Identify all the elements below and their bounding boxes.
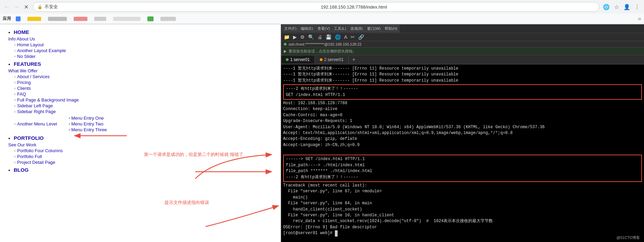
bookmarks-bar: 应用 » [0, 14, 644, 24]
watermark: @51CTO博客 [615, 235, 641, 241]
terminal-tab-2[interactable]: 2 server01 [315, 56, 349, 63]
apps-label: 应用 [3, 16, 11, 22]
toolbar-icon-8[interactable]: A [343, 34, 349, 40]
toolbar-icon-9[interactable]: ✂ [349, 34, 356, 40]
terminal-status-dot [284, 43, 287, 46]
terminal-output: ----1 暂无http请求到来------- [Errno 11] Resou… [281, 64, 644, 242]
menu-entry-two-link[interactable]: Menu Entry Two [71, 121, 104, 126]
term-line-16: file_path ******* ./html/index.html [286, 168, 639, 174]
bookmark-gray2[interactable] [92, 16, 108, 22]
toolbar-view[interactable]: 查看(V) [316, 25, 332, 32]
term-line-1: ----1 暂无http请求到来------- [Errno 11] Resou… [283, 72, 642, 77]
toolbar-tools[interactable]: 工具(L) [332, 25, 348, 32]
bookmark-pink[interactable] [72, 16, 89, 22]
address-bar[interactable]: 🔒 不安全 192.168.150.128:7788/index.html [33, 2, 599, 12]
submenu-item-project-detail: Project Detail Page [14, 160, 274, 165]
bookmark-green[interactable] [145, 16, 156, 22]
sidebar-left-link[interactable]: Sidebar Left Page [17, 103, 53, 108]
terminal-icon-toolbar: 📁 ▶ ⚙ 🔍 🖨 💾 🌐 A ✂ 🔗 [281, 33, 644, 41]
bookmark-yellow[interactable] [25, 16, 43, 22]
menu-entry-three-link[interactable]: Menu Entry Three [71, 127, 107, 132]
sidebar-right-link[interactable]: Sidebar Right Page [17, 109, 56, 114]
toolbar-icon-6[interactable]: 💾 [324, 34, 333, 40]
toolbar-icon-4[interactable]: 🔍 [307, 34, 315, 40]
star-icon[interactable]: ☆ [612, 3, 621, 11]
submenu-item-home-layout: Home Layout [14, 42, 274, 47]
submenu-item-sidebar-right: Sidebar Right Page [14, 109, 274, 114]
submenu-item-sidebar-left: Sidebar Left Page [14, 103, 274, 108]
no-slider-link[interactable]: No Slider [17, 54, 35, 59]
toolbar-icon-5[interactable]: 🖨 [316, 34, 324, 40]
security-icon: 🔒 [37, 4, 42, 9]
sub-item-entry-two: Menu Entry Two [69, 121, 107, 126]
pricing-link[interactable]: Pricing [17, 80, 31, 85]
back-button[interactable]: ← [3, 3, 11, 11]
bookmark-text1[interactable] [111, 16, 143, 22]
terminal-tab-1[interactable]: 1 server01 [281, 56, 315, 63]
another-layout-link[interactable]: Another Layout Example [17, 48, 66, 53]
account-icon[interactable]: 👤 [623, 3, 631, 11]
translate-icon[interactable]: 🌐 [602, 3, 610, 11]
faq-link[interactable]: FAQ [17, 92, 26, 97]
term-line-0: ----1 暂无http请求到来------- [Errno 11] Resou… [283, 66, 642, 72]
portfolio-link[interactable]: PORTFOLIO [14, 135, 44, 141]
another-menu-link[interactable]: Another Menu Level [17, 121, 57, 126]
toolbar-icon-1[interactable]: 📁 [282, 34, 291, 40]
project-detail-link[interactable]: Project Detail Page [17, 160, 55, 165]
terminal-highlight-box-2: ------> GET /index.html HTTP/1.1 file_pa… [283, 155, 642, 182]
toolbar-options[interactable]: 选项(B) [349, 25, 365, 32]
toolbar-window[interactable]: 窗口(W) [365, 25, 382, 32]
toolbar-edit[interactable]: 编辑(E) [299, 25, 315, 32]
submenu-item-faq: FAQ [14, 92, 274, 97]
bookmark-apps-icon[interactable] [14, 16, 23, 22]
term-line-11: Accept-Encoding: gzip, deflate [283, 136, 642, 142]
submenu-item-clients: Clients [14, 86, 274, 91]
term-line-9: User-Agent: Mozilla/5.0 (Windows NT 10.0… [283, 124, 642, 130]
portfolio-full-link[interactable]: Portfolio Full [17, 154, 42, 159]
menu-section-info: Info About Us Home Layout Another Layout… [7, 36, 274, 59]
term-line-22: handle_client(client_socket) [283, 207, 642, 213]
portfolio-four-link[interactable]: Portfolio Four Columns [17, 148, 63, 153]
clients-link[interactable]: Clients [17, 86, 31, 91]
about-services-link[interactable]: About / Services [17, 74, 50, 79]
reload-button[interactable]: ✕ [22, 3, 30, 11]
notification-arrow-icon: ▶ [284, 49, 287, 53]
info-about-us-link[interactable]: Info About Us [8, 36, 35, 41]
bookmark-text2[interactable] [158, 16, 178, 22]
term-line-blank [283, 148, 642, 154]
toolbar-file[interactable]: 文件(F) [282, 25, 298, 32]
submenu-item-no-slider: No Slider [14, 54, 274, 59]
see-our-work-link[interactable]: See Our Work [8, 142, 36, 147]
menu-entry-one-link[interactable]: Menu Entry One [71, 116, 104, 121]
submenu-item-portfolio-four: Portfolio Four Columns [14, 148, 274, 153]
webpage-content: HOME Info About Us Home Layout Another L… [0, 24, 280, 242]
blog-link[interactable]: BLOG [14, 167, 28, 173]
menu-item-portfolio: PORTFOLIO [14, 135, 274, 141]
tab-add-button[interactable]: + [349, 55, 359, 64]
toolbar-icon-2[interactable]: ▶ [292, 34, 298, 40]
browser-toolbar: ← → ✕ 🔒 不安全 192.168.150.128:7788/index.h… [0, 0, 644, 14]
home-layout-link[interactable]: Home Layout [17, 42, 44, 47]
toolbar-help[interactable]: 帮助(H) [383, 25, 399, 32]
webpage-panel: HOME Info About Us Home Layout Another L… [0, 24, 281, 242]
home-link[interactable]: HOME [14, 29, 29, 35]
toolbar-icon-10[interactable]: 🔗 [357, 34, 365, 40]
toolbar-icon-3[interactable]: ⚙ [299, 34, 306, 40]
features-link[interactable]: FEATURES [14, 61, 41, 67]
what-we-offer-link[interactable]: What We Offer [8, 68, 38, 73]
term-line-17: ----2 有http请求到来了！！------ [286, 174, 639, 180]
info-about-us-label: Info About Us [8, 36, 35, 41]
forward-button[interactable]: → [12, 3, 21, 11]
toolbar-icon-7[interactable]: 🌐 [333, 34, 342, 40]
submenu-item-another-menu: Another Menu Level Menu Entry One Menu E… [14, 115, 274, 133]
full-page-link[interactable]: Full Page & Background Image [17, 97, 79, 102]
bookmark-gray[interactable] [46, 16, 69, 22]
menu-icon[interactable]: ⋮ [633, 3, 641, 11]
nav-buttons: ← → ✕ [3, 3, 30, 11]
menu-item-home: HOME [14, 29, 274, 35]
security-label: 不安全 [45, 4, 319, 10]
tab2-dot [320, 58, 323, 61]
bookmarks-overflow[interactable]: » [638, 15, 641, 22]
bookmark-dot-gray [48, 17, 67, 21]
term-line-23: File "server.py", line 10, in handle_cli… [283, 213, 642, 218]
